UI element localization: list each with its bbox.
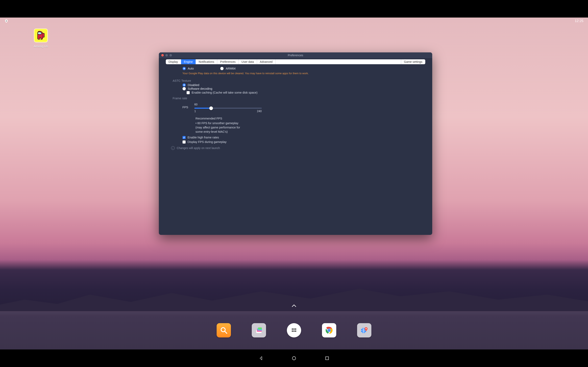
footer-text: Changes will apply on next launch (177, 146, 220, 150)
desktop-icons: Among Us (33, 29, 49, 48)
radio-icon (220, 67, 224, 70)
svg-point-17 (328, 329, 330, 332)
mountain-silhouette (0, 281, 588, 315)
reco-heading: Recommended FPS (196, 117, 245, 121)
fps-label: FPS (182, 103, 188, 109)
svg-point-11 (292, 331, 293, 332)
window-titlebar[interactable]: Preferences (159, 52, 432, 58)
radio-icon (182, 83, 186, 87)
chrome-icon (325, 326, 333, 334)
dock-search[interactable] (217, 323, 231, 337)
svg-point-10 (295, 328, 296, 330)
checkbox-enable-high-fps[interactable]: Enable high frame rates (171, 135, 422, 140)
checkbox-icon (182, 136, 186, 139)
shield-play-icon (4, 19, 8, 23)
among-us-icon (36, 30, 45, 41)
dock (0, 311, 588, 349)
svg-point-8 (292, 328, 293, 330)
fps-recommendation: Recommended FPS • 60 FPS for smoother ga… (171, 113, 245, 135)
radio-auto[interactable]: Auto (182, 67, 194, 70)
arch-warning: Your Google Play data on this device wil… (171, 71, 422, 77)
status-clock: 12:25 (575, 19, 584, 23)
radio-label: Software decoding (188, 87, 212, 90)
dock-maps[interactable] (357, 323, 371, 337)
info-icon: i (171, 146, 175, 150)
globe-pin-icon (360, 326, 369, 334)
app-tile (34, 29, 48, 42)
nav-recent-button[interactable] (325, 356, 329, 360)
tab-game-settings[interactable]: Game settings (401, 59, 425, 64)
arch-options: Auto ARM64 (171, 66, 422, 71)
radio-arm64[interactable]: ARM64 (220, 67, 235, 70)
checkbox-icon (187, 91, 190, 94)
all-apps-chevron-icon[interactable] (292, 304, 296, 308)
radio-icon (182, 87, 186, 90)
tabs-row: Display Engine Notifications Preferences… (159, 58, 432, 64)
slider-min: 1 (194, 109, 196, 113)
svg-line-3 (225, 331, 227, 333)
gallery-stack-icon (255, 326, 263, 334)
fps-row: FPS 60 1 240 (171, 101, 422, 113)
checkbox-label: Enable caching (Cache will take some dis… (192, 91, 258, 94)
radio-label: ARM64 (226, 67, 235, 70)
checkbox-icon (182, 141, 186, 143)
svg-rect-7 (258, 327, 262, 329)
nav-back-button[interactable] (259, 356, 263, 360)
letterbox-top (0, 0, 588, 17)
checkbox-label: Display FPS during gameplay (188, 140, 227, 143)
status-bar: 12:25 (0, 17, 588, 25)
svg-rect-21 (326, 357, 329, 360)
apps-grid-icon (290, 326, 298, 334)
dock-apps[interactable] (287, 323, 301, 337)
tab-engine[interactable]: Engine (181, 59, 196, 64)
fps-value: 60 (194, 103, 262, 106)
svg-point-12 (293, 331, 295, 332)
svg-point-20 (292, 357, 296, 360)
preferences-window: Preferences Display Engine Notifications… (159, 52, 432, 235)
footer-note: i Changes will apply on next launch (171, 144, 422, 151)
svg-point-0 (38, 32, 42, 34)
app-icon-among-us[interactable]: Among Us (33, 29, 49, 48)
app-label: Among Us (34, 44, 48, 48)
dock-chrome[interactable] (322, 323, 336, 337)
tab-preferences[interactable]: Preferences (217, 59, 238, 64)
search-icon (219, 326, 228, 334)
svg-point-9 (293, 328, 295, 330)
window-title: Preferences (159, 54, 432, 57)
slider-thumb[interactable] (209, 106, 213, 110)
dock-media-manager[interactable] (252, 323, 266, 337)
fps-slider[interactable]: 60 1 240 (194, 103, 262, 113)
wallpaper: 12:25 Among Us (0, 17, 588, 349)
tab-spacer (276, 59, 401, 64)
radio-label: Auto (188, 67, 194, 70)
radio-astc-software[interactable]: Software decoding (171, 87, 422, 91)
svg-point-13 (295, 331, 296, 332)
slider-max: 240 (257, 109, 261, 113)
section-framerate-label: Frame rate (171, 95, 422, 101)
svg-point-19 (365, 328, 366, 329)
android-nav-bar (0, 350, 588, 367)
radio-astc-disabled[interactable]: Disabled (171, 83, 422, 87)
svg-point-1 (38, 33, 40, 33)
radio-label: Disabled (188, 83, 199, 87)
slider-fill (194, 108, 211, 109)
checkbox-display-fps[interactable]: Display FPS during gameplay (171, 140, 422, 144)
section-astc-label: ASTC Texture (171, 77, 422, 83)
tab-advanced[interactable]: Advanced (257, 59, 276, 64)
nav-home-button[interactable] (292, 356, 296, 360)
preferences-body: Auto ARM64 Your Google Play data on this… (159, 64, 432, 235)
tab-notifications[interactable]: Notifications (196, 59, 217, 64)
checkbox-label: Enable high frame rates (188, 136, 219, 139)
radio-icon (182, 67, 186, 70)
tab-user-data[interactable]: User data (239, 59, 257, 64)
reco-body: • 60 FPS for smoother gameplay (may affe… (196, 121, 245, 134)
screen: 12:25 Among Us (0, 0, 588, 367)
slider-track (194, 108, 262, 109)
tab-display[interactable]: Display (166, 59, 181, 64)
checkbox-enable-caching[interactable]: Enable caching (Cache will take some dis… (171, 91, 422, 95)
